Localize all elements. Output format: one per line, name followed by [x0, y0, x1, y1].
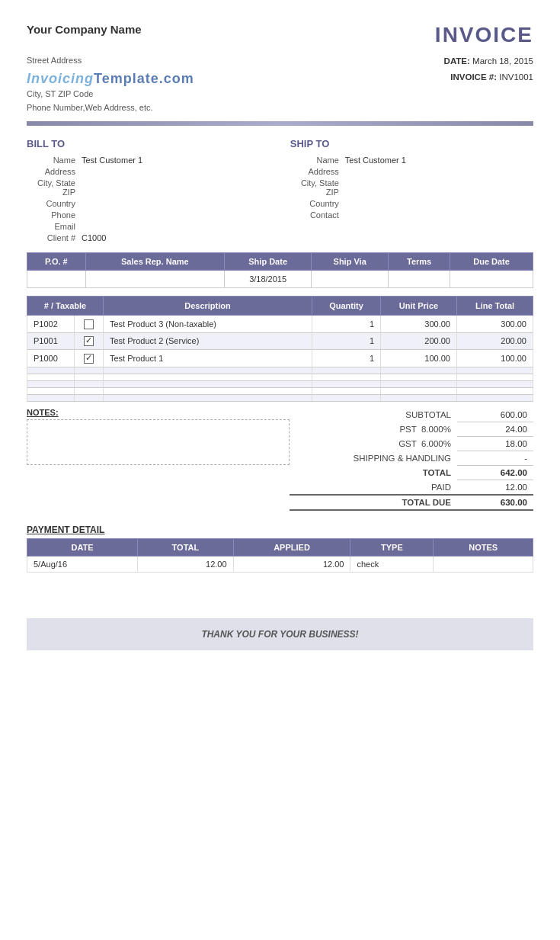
item-quantity: [312, 374, 381, 380]
invoice-date: DATE: March 18, 2015: [444, 53, 533, 69]
bill-ship-section: BILL TO Name Test Customer 1 Address Cit…: [27, 138, 533, 245]
payment-total-value: 12.00: [138, 556, 233, 572]
ship-city-row: City, State ZIP: [290, 178, 533, 197]
invoice-number: INVOICE #: INV1001: [444, 69, 533, 85]
item-description: [104, 394, 312, 401]
payment-applied-header: APPLIED: [233, 538, 350, 556]
ship-to-section: SHIP TO Name Test Customer 1 Address Cit…: [290, 138, 533, 245]
invoice-title: INVOICE: [435, 23, 533, 47]
item-description: [104, 374, 312, 380]
po-header: P.O. #: [27, 253, 86, 271]
item-line-total: [457, 387, 533, 394]
line-item-row: P1001Test Product 2 (Service)1200.00200.…: [27, 332, 533, 350]
item-line-total: [457, 394, 533, 401]
item-id: [27, 367, 75, 374]
ship-address-label: Address: [290, 167, 345, 176]
bill-phone-label: Phone: [27, 210, 82, 220]
item-checkbox-cell: [74, 332, 103, 350]
line-item-row: P1002Test Product 3 (Non-taxable)1300.00…: [27, 316, 533, 333]
subtotal-row: SUBTOTAL 600.00: [290, 408, 533, 422]
ship-via-header: Ship Via: [312, 253, 389, 271]
shipping-label: SHIPPING & HANDLING: [290, 451, 457, 465]
company-address-block: Street Address InvoicingTemplate.com Cit…: [27, 53, 194, 115]
shipping-value: -: [457, 451, 533, 465]
item-id: P1001: [27, 332, 75, 350]
item-checkbox-cell: [74, 350, 103, 367]
notes-totals-section: NOTES: SUBTOTAL 600.00 PST 8.000% 24.00 …: [27, 408, 533, 511]
unit-price-header: Unit Price: [381, 297, 457, 316]
ship-name-value: Test Customer 1: [345, 156, 406, 165]
ship-via-value: [312, 271, 389, 288]
terms-header: Terms: [389, 253, 450, 271]
bill-phone-row: Phone: [27, 210, 270, 220]
item-quantity: [312, 367, 381, 374]
checkbox-checked-icon: [84, 336, 94, 346]
order-info-table: P.O. # Sales Rep. Name Ship Date Ship Vi…: [27, 252, 533, 288]
bill-client-value: C1000: [82, 233, 106, 242]
bill-address-row: Address: [27, 167, 270, 176]
item-description: Test Product 2 (Service): [104, 332, 312, 350]
item-line-total: [457, 374, 533, 380]
bill-name-row: Name Test Customer 1: [27, 156, 270, 165]
subtotal-label: SUBTOTAL: [290, 408, 457, 422]
total-due-label: TOTAL DUE: [290, 495, 457, 510]
payment-notes-value: [434, 556, 533, 572]
item-quantity: 1: [312, 332, 381, 350]
ship-to-header: SHIP TO: [290, 138, 533, 149]
item-checkbox-cell: [74, 394, 103, 401]
line-item-row: P1000Test Product 11100.00100.00: [27, 350, 533, 367]
item-unit-price: [381, 367, 457, 374]
sales-rep-header: Sales Rep. Name: [85, 253, 224, 271]
line-item-row: [27, 367, 533, 374]
ship-address-row: Address: [290, 167, 533, 176]
line-total-header: Line Total: [457, 297, 533, 316]
company-street: Street Address: [27, 53, 194, 68]
paid-row: PAID 12.00: [290, 480, 533, 495]
ship-name-row: Name Test Customer 1: [290, 156, 533, 165]
payment-type-value: check: [350, 556, 434, 572]
item-unit-price: [381, 394, 457, 401]
quantity-header: Quantity: [312, 297, 381, 316]
bill-address-label: Address: [27, 167, 82, 176]
bill-client-row: Client # C1000: [27, 233, 270, 242]
item-unit-price: [381, 380, 457, 387]
ship-country-row: Country: [290, 199, 533, 208]
total-value: 642.00: [457, 465, 533, 480]
gst-label: GST 6.000%: [290, 436, 457, 451]
pst-row: PST 8.000% 24.00: [290, 422, 533, 436]
item-checkbox-cell: [74, 316, 103, 333]
bill-name-value: Test Customer 1: [82, 156, 142, 165]
invoice-header: Your Company Name INVOICE: [27, 23, 533, 47]
item-quantity: [312, 387, 381, 394]
company-name: Your Company Name: [27, 23, 142, 36]
payment-title: PAYMENT DETAIL: [27, 525, 533, 535]
item-number-header: # / Taxable: [27, 297, 104, 316]
gst-value: 18.00: [457, 436, 533, 451]
item-description: [104, 387, 312, 394]
address-meta-section: Street Address InvoicingTemplate.com Cit…: [27, 53, 533, 115]
item-quantity: 1: [312, 316, 381, 333]
shipping-row: SHIPPING & HANDLING -: [290, 451, 533, 465]
ship-name-label: Name: [290, 156, 345, 165]
due-date-value: [450, 271, 533, 288]
item-unit-price: 100.00: [381, 350, 457, 367]
line-item-row: [27, 380, 533, 387]
description-header: Description: [104, 297, 312, 316]
paid-label: PAID: [290, 480, 457, 495]
item-line-total: [457, 380, 533, 387]
line-item-row: [27, 374, 533, 380]
bill-email-label: Email: [27, 222, 82, 231]
item-description: [104, 380, 312, 387]
invoice-meta: DATE: March 18, 2015 INVOICE #: INV1001: [444, 53, 533, 85]
ship-date-header: Ship Date: [224, 253, 311, 271]
payment-total-header: TOTAL: [138, 538, 233, 556]
item-checkbox-cell: [74, 374, 103, 380]
bill-country-label: Country: [27, 199, 82, 208]
subtotal-value: 600.00: [457, 408, 533, 422]
item-unit-price: 200.00: [381, 332, 457, 350]
payment-notes-header: NOTES: [434, 538, 533, 556]
payment-date-header: DATE: [27, 538, 138, 556]
notes-label: NOTES:: [27, 408, 290, 417]
ship-contact-row: Contact: [290, 210, 533, 220]
item-line-total: 100.00: [457, 350, 533, 367]
